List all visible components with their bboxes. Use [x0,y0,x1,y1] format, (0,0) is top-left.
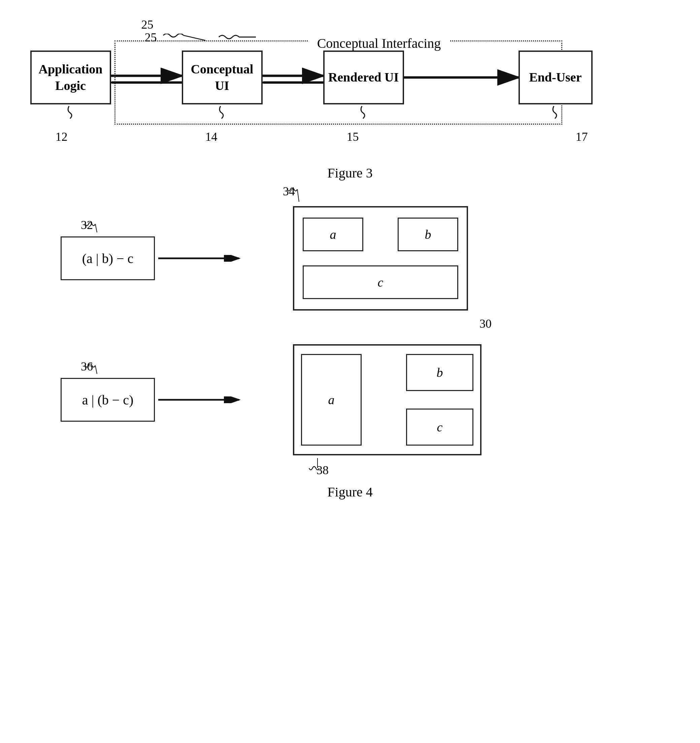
page: 25 Conceptual Interfacing Application Lo… [0,0,700,743]
fig3-caption: Figure 3 [27,165,673,181]
squiggle-36-svg [84,364,111,377]
svg-line-9 [95,224,97,232]
inner-a-38: a [301,354,362,446]
fig4-bottom-row: 36 a | (b − c) [27,339,673,460]
expr-box-36: a | (b − c) [61,378,155,422]
ref-30: 30 [480,317,492,331]
ref-17: 17 [576,130,588,144]
fig4-bottom-arrow-svg [158,397,242,403]
ref-12: 12 [56,130,68,144]
fig4-top-row: 32 (a | b) − c [27,201,673,315]
inner-b-38: b [406,354,473,391]
ref-14: 14 [205,130,217,144]
conceptual-interfacing-label: Conceptual Interfacing [309,36,450,51]
fig4-caption: Figure 4 [27,484,673,500]
figure4-container: 32 (a | b) − c [27,201,673,500]
expr-box-32: (a | b) − c [61,237,155,280]
inner-b-34: b [398,218,458,251]
ref-15: 15 [347,130,359,144]
ref-25: 25 [142,18,154,32]
inner-c-38: c [406,409,473,446]
svg-line-12 [297,189,299,202]
fig3-diagram: 25 Conceptual Interfacing Application Lo… [30,34,670,155]
fig4-top-arrow-svg [158,255,242,262]
box-end-user: End-User [518,50,592,104]
svg-line-13 [95,366,97,374]
svg-line-8 [183,36,205,40]
box-rendered-ui: Rendered UI [323,50,404,104]
squiggle-38-svg [307,456,328,473]
inner-a-34: a [303,218,363,251]
figure3-container: 25 Conceptual Interfacing Application Lo… [27,34,673,181]
squiggle-34-svg [285,188,312,204]
result-box-34: a b c [293,206,468,311]
inner-c-34: c [303,265,458,299]
box-conceptual-ui: Conceptual UI [182,50,263,104]
squiggle-32-svg [84,222,111,236]
box-app-logic: Application Logic [30,50,111,104]
result-box-38: a b c [293,344,481,455]
